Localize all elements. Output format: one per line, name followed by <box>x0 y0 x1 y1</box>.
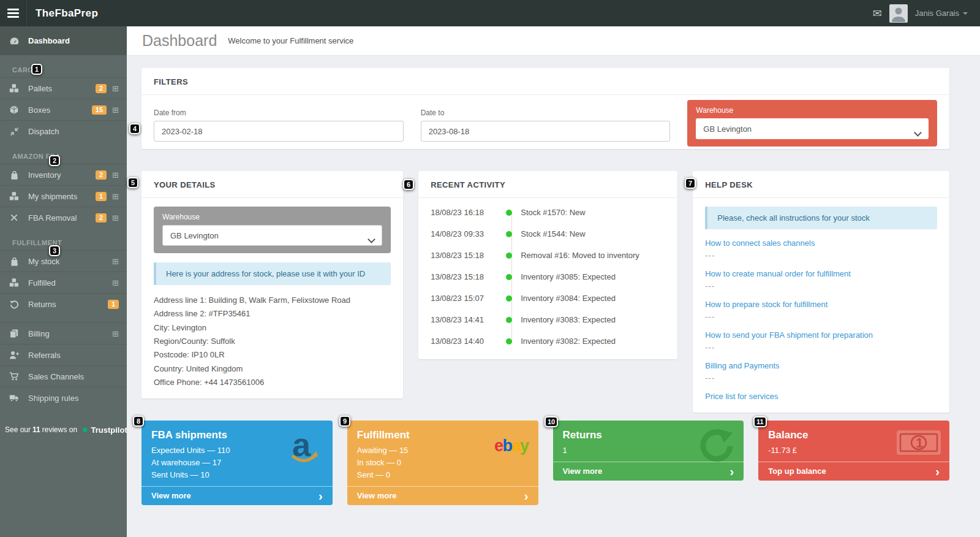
timeline-dot-icon <box>506 231 512 237</box>
expand-plus-icon[interactable]: ⊞ <box>112 329 119 338</box>
expand-plus-icon[interactable]: ⊞ <box>112 170 119 180</box>
expand-plus-icon[interactable]: ⊞ <box>112 84 119 93</box>
sidebar-item-label: Fulfilled <box>28 278 56 288</box>
expand-plus-icon[interactable]: ⊞ <box>112 213 119 223</box>
sidebar-item-my-shipments[interactable]: My shipments 1 ⊞ <box>0 185 127 207</box>
sidebar-item-label: Dispatch <box>28 127 59 136</box>
mail-icon[interactable]: ✉ <box>873 7 882 20</box>
help-link[interactable]: How to connect sales channels <box>705 238 815 248</box>
annotation-marker-6: 6 <box>403 179 414 190</box>
expand-plus-icon[interactable]: ⊞ <box>112 105 119 115</box>
timeline-dot-icon <box>506 295 512 302</box>
activity-time: 13/08/23 15:07 <box>431 294 494 303</box>
activity-time: 18/08/23 16:18 <box>431 208 494 217</box>
sidebar-item-returns[interactable]: Returns 1 <box>0 293 127 314</box>
sidebar-item-label: Inventory <box>28 170 61 180</box>
sidebar-item-fulfilled[interactable]: Fulfilled ⊞ <box>0 272 127 293</box>
help-desk-panel: HELP DESK Please, check all instructions… <box>693 171 949 413</box>
help-link[interactable]: Price list for services <box>705 392 778 401</box>
sidebar-item-pallets[interactable]: Pallets 2 ⊞ <box>0 77 127 99</box>
annotation-marker-2: 2 <box>49 155 60 166</box>
annotation-marker-11: 11 <box>753 416 767 427</box>
help-link-separator: --- <box>705 343 937 352</box>
sidebar-item-fba-removal[interactable]: FBA Removal 2 ⊞ <box>0 207 127 228</box>
help-desk-title: HELP DESK <box>693 171 949 198</box>
sidebar-item-label: Returns <box>28 300 56 309</box>
sidebar-item-sales-channels[interactable]: Sales Channels <box>0 365 127 387</box>
sidebar-item-billing[interactable]: Billing ⊞ <box>0 322 127 344</box>
amazon-logo-icon: a <box>286 429 324 470</box>
user-plus-icon <box>0 350 28 360</box>
fba-shipments-card: FBA shipments Expected Units — 110 At wa… <box>141 421 333 505</box>
activity-row: 13/08/23 14:41 Inventory #3083: Expected <box>418 309 677 330</box>
timeline-dot-icon <box>506 317 512 323</box>
annotation-marker-4: 4 <box>129 123 140 134</box>
page-subtitle: Welcome to your Fulfillment service <box>228 36 353 45</box>
sidebar-item-inventory[interactable]: Inventory 2 ⊞ <box>0 164 127 185</box>
date-from-input[interactable] <box>154 121 404 142</box>
address-block: Address line 1: Building B, Walk Farm, F… <box>154 294 391 390</box>
sidebar-item-boxes[interactable]: Boxes 15 ⊞ <box>0 99 127 120</box>
sidebar-item-my-stock[interactable]: My stock ⊞ <box>0 250 127 272</box>
view-more-label: View more <box>563 467 603 476</box>
details-warehouse-select[interactable]: GB Levington <box>162 225 382 246</box>
menu-toggle-button[interactable] <box>0 0 27 26</box>
activity-text: Removal #16: Moved to inventory <box>521 251 639 260</box>
sidebar-item-label: Boxes <box>28 105 50 115</box>
address-line: Country: United Kingdom <box>154 362 391 376</box>
timeline-dot-icon <box>506 253 512 259</box>
help-link[interactable]: How to prepare stock for fulfillment <box>705 300 827 309</box>
cubes-icon <box>0 278 28 288</box>
help-link-separator: --- <box>705 281 937 291</box>
count-badge: 2 <box>96 170 107 180</box>
avatar[interactable] <box>889 4 908 23</box>
activity-text: Inventory #3084: Expected <box>521 294 616 303</box>
annotation-marker-10: 10 <box>545 416 558 427</box>
sidebar-item-label: My stock <box>28 257 59 266</box>
date-to-input[interactable] <box>421 121 671 142</box>
chevron-right-icon: › <box>524 492 529 500</box>
annotation-marker-1: 1 <box>31 64 42 75</box>
sidebar-section-fulfillment: FULFILLMENT <box>0 236 127 250</box>
help-link[interactable]: Billing and Payments <box>705 361 779 370</box>
annotation-marker-5: 5 <box>127 177 138 188</box>
expand-plus-icon[interactable]: ⊞ <box>112 257 119 266</box>
annotation-marker-8: 8 <box>133 416 144 427</box>
ebay-logo-icon: ebay <box>494 436 529 455</box>
app-logo: TheFbaPrep <box>36 7 98 20</box>
help-link[interactable]: How to send your FBA shipment for prepar… <box>705 330 873 340</box>
view-more-button[interactable]: View more › <box>347 486 538 505</box>
timeline-dot-icon <box>506 274 512 280</box>
chevron-right-icon: › <box>318 492 323 500</box>
dashboard-gauge-icon <box>0 36 28 46</box>
user-menu[interactable]: Janis Garais <box>915 9 968 18</box>
annotation-marker-7: 7 <box>685 178 696 189</box>
sidebar-item-label: Referrals <box>28 351 61 360</box>
help-link[interactable]: How to create manual order for fulfillme… <box>705 269 851 278</box>
sidebar-item-referrals[interactable]: Referrals <box>0 344 127 365</box>
undo-icon <box>0 300 28 309</box>
sidebar-item-dashboard[interactable]: Dashboard <box>0 26 127 55</box>
count-badge: 1 <box>108 300 119 309</box>
card-stat: Sent Units — 10 <box>151 469 323 481</box>
expand-plus-icon[interactable]: ⊞ <box>112 192 119 201</box>
count-badge: 1 <box>96 192 107 201</box>
sidebar-item-dispatch[interactable]: Dispatch <box>0 120 127 142</box>
count-badge: 2 <box>96 213 107 223</box>
activity-text: Stock #1570: New <box>521 208 586 217</box>
top-up-balance-label: Top up balance <box>768 467 826 476</box>
activity-row: 18/08/23 16:18 Stock #1570: New <box>418 202 677 223</box>
expand-plus-icon[interactable]: ⊞ <box>112 278 119 288</box>
top-up-balance-button[interactable]: Top up balance › <box>758 462 949 481</box>
address-line: Postcode: IP10 0LR <box>154 348 391 362</box>
sidebar-item-shipping-rules[interactable]: Shipping rules <box>0 387 127 408</box>
returns-card: Returns 1 View more › <box>553 421 744 481</box>
trustpilot-widget[interactable]: See our 11 reviews on ★ Trustpilot <box>0 424 127 435</box>
sidebar-section-cargo: CARGO <box>0 63 127 77</box>
view-more-button[interactable]: View more › <box>141 486 333 505</box>
activity-row: 13/08/23 14:40 Inventory #3082: Expected <box>418 330 677 352</box>
warehouse-select[interactable]: GB Levington <box>696 118 929 139</box>
address-line: Office Phone: +44 1473561006 <box>154 376 391 389</box>
view-more-label: View more <box>151 491 191 500</box>
your-details-panel: YOUR DETAILS Warehouse GB Levington Here… <box>141 171 403 398</box>
